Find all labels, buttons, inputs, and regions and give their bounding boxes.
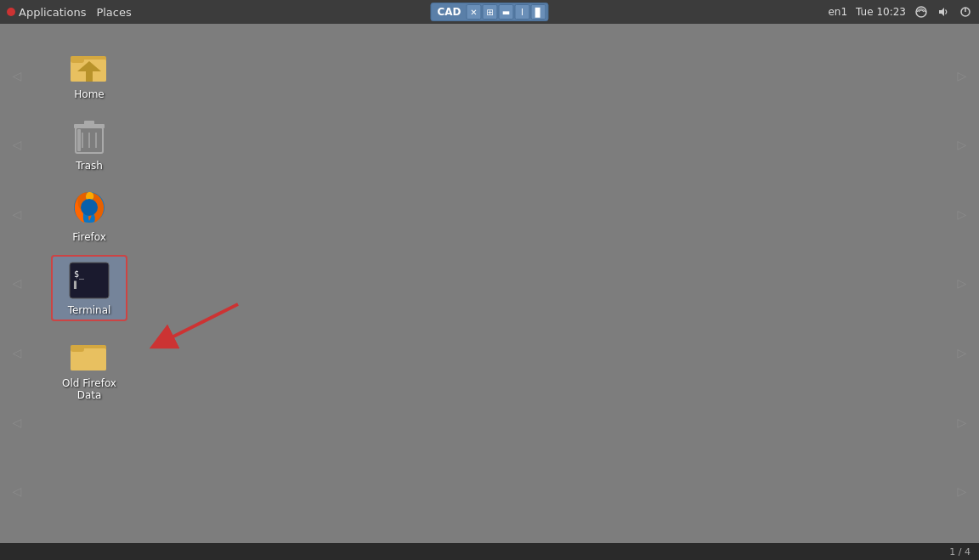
deco-arrow-left-4: ◁: [8, 274, 25, 291]
svg-rect-24: [71, 345, 84, 352]
places-label: Places: [96, 6, 131, 19]
trash-label: Trash: [76, 160, 103, 172]
cad-toolbar: CAD ✕ ⊞ ▬ I ▊: [430, 3, 548, 21]
cad-btn-minimize[interactable]: ▬: [499, 4, 514, 20]
firefox-icon: [69, 187, 110, 228]
old-firefox-folder-icon: [69, 333, 110, 374]
deco-arrow-left-3: ◁: [8, 206, 25, 223]
app-dot: [7, 8, 15, 16]
svg-line-26: [161, 304, 238, 342]
cad-btn-cursor[interactable]: I: [515, 4, 530, 20]
cad-btn-expand[interactable]: ⊞: [483, 4, 498, 20]
trash-icon: [69, 116, 110, 156]
deco-arrow-right-1: ▷: [954, 67, 971, 84]
deco-arrow-right-4: ▷: [954, 274, 971, 291]
deco-arrow-right-3: ▷: [954, 206, 971, 223]
old-firefox-label: Old Firefox Data: [54, 377, 124, 401]
svg-rect-8: [86, 71, 93, 82]
page-indicator: 1 / 4: [949, 546, 971, 557]
svg-point-0: [916, 7, 926, 17]
svg-text:$_: $_: [74, 269, 85, 280]
cad-btn-close[interactable]: ✕: [467, 4, 482, 20]
network-icon[interactable]: [914, 5, 928, 19]
home-folder-icon: [69, 44, 110, 85]
taskbar-left: Applications Places: [7, 6, 132, 19]
cad-btn-signal[interactable]: ▊: [531, 4, 546, 20]
home-label: Home: [74, 88, 104, 100]
svg-rect-15: [77, 129, 81, 151]
terminal-label: Terminal: [68, 304, 111, 316]
power-icon[interactable]: [959, 5, 972, 19]
deco-arrow-left-2: ◁: [8, 136, 25, 153]
bottom-bar: 1 / 4: [0, 543, 979, 560]
desktop-icon-firefox[interactable]: Firefox: [51, 184, 127, 246]
left-decoration: ◁ ◁ ◁ ◁ ◁ ◁ ◁: [0, 24, 34, 543]
volume-icon[interactable]: [937, 5, 950, 19]
svg-rect-6: [71, 56, 84, 63]
right-decoration: ▷ ▷ ▷ ▷ ▷ ▷ ▷: [945, 24, 979, 543]
taskbar-right: en1 Tue 10:23: [828, 5, 972, 19]
places-menu[interactable]: Places: [96, 6, 131, 19]
desktop-icon-old-firefox[interactable]: Old Firefox Data: [51, 330, 127, 404]
deco-arrow-right-2: ▷: [954, 136, 971, 153]
desktop-icon-trash[interactable]: Trash: [51, 112, 127, 175]
svg-text:▋: ▋: [73, 280, 78, 289]
cad-label: CAD: [433, 6, 465, 18]
clock: Tue 10:23: [856, 6, 906, 18]
svg-rect-14: [84, 121, 94, 125]
svg-marker-1: [939, 8, 944, 16]
desktop-icon-terminal[interactable]: $_ ▋ Terminal: [51, 255, 127, 321]
svg-point-17: [81, 199, 98, 216]
desktop-icon-home[interactable]: Home: [51, 41, 127, 104]
desktop: ◁ ◁ ◁ ◁ ◁ ◁ ◁ ▷ ▷ ▷ ▷ ▷ ▷ ▷: [0, 24, 979, 543]
locale-indicator: en1: [828, 6, 847, 18]
desktop-icons: Home Trash: [51, 41, 127, 404]
deco-arrow-right-6: ▷: [954, 414, 971, 431]
terminal-icon: $_ ▋: [69, 260, 110, 301]
svg-rect-18: [70, 263, 109, 298]
deco-arrow-left-5: ◁: [8, 344, 25, 361]
red-arrow-annotation: [136, 296, 246, 364]
deco-arrow-right-7: ▷: [954, 483, 971, 500]
deco-arrow-left-7: ◁: [8, 483, 25, 500]
applications-menu[interactable]: Applications: [7, 6, 86, 19]
firefox-label: Firefox: [72, 231, 106, 243]
deco-arrow-left-6: ◁: [8, 414, 25, 431]
deco-arrow-left-1: ◁: [8, 67, 25, 84]
deco-arrow-right-5: ▷: [954, 344, 971, 361]
taskbar: Applications Places CAD ✕ ⊞ ▬ I ▊ en1 Tu…: [0, 0, 979, 24]
applications-label: Applications: [19, 6, 86, 19]
taskbar-center: CAD ✕ ⊞ ▬ I ▊: [430, 3, 548, 21]
